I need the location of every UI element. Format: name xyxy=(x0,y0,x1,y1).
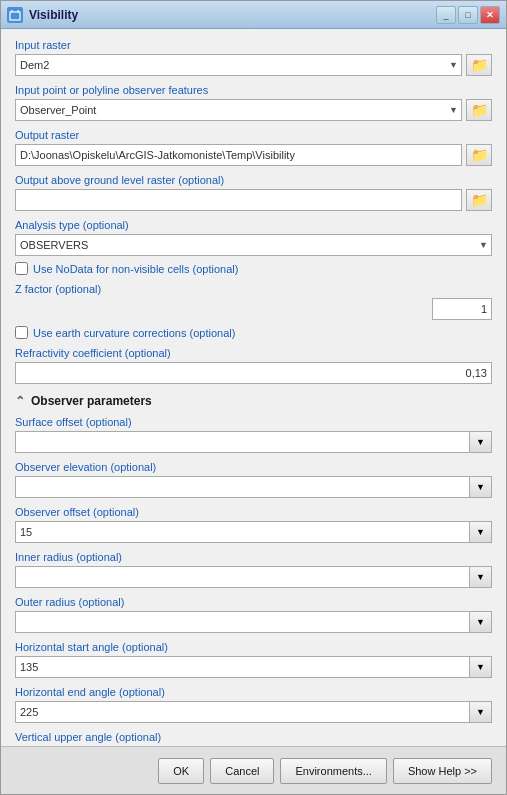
analysis-type-select[interactable]: OBSERVERS xyxy=(15,234,492,256)
output-raster-row: 📁 xyxy=(15,144,492,166)
bottom-bar: OK Cancel Environments... Show Help >> xyxy=(1,746,506,794)
h-end-angle-label: Horizontal end angle (optional) xyxy=(15,686,492,698)
outer-radius-row: ▼ xyxy=(15,611,492,633)
zfactor-label: Z factor (optional) xyxy=(15,283,492,295)
analysis-type-dropdown-wrapper: OBSERVERS ▼ xyxy=(15,234,492,256)
input-raster-label: Input raster xyxy=(15,39,492,51)
title-bar: Visibility _ □ ✕ xyxy=(1,1,506,29)
show-help-button[interactable]: Show Help >> xyxy=(393,758,492,784)
analysis-type-row: OBSERVERS ▼ xyxy=(15,234,492,256)
surface-offset-dropdown-button[interactable]: ▼ xyxy=(470,431,492,453)
svg-rect-0 xyxy=(10,12,20,20)
surface-offset-input[interactable] xyxy=(15,431,470,453)
zfactor-input[interactable] xyxy=(432,298,492,320)
h-end-angle-row: ▼ xyxy=(15,701,492,723)
earth-curvature-checkbox[interactable] xyxy=(15,326,28,339)
output-above-folder-button[interactable]: 📁 xyxy=(466,189,492,211)
nodata-checkbox-row: Use NoData for non-visible cells (option… xyxy=(15,262,492,275)
surface-offset-label: Surface offset (optional) xyxy=(15,416,492,428)
folder-icon-4: 📁 xyxy=(471,192,488,208)
earth-curvature-row: Use earth curvature corrections (optiona… xyxy=(15,326,492,339)
input-raster-row: Dem2 ▼ 📁 xyxy=(15,54,492,76)
observer-offset-row: ▼ xyxy=(15,521,492,543)
outer-radius-dropdown-button[interactable]: ▼ xyxy=(470,611,492,633)
environments-button[interactable]: Environments... xyxy=(280,758,386,784)
close-button[interactable]: ✕ xyxy=(480,6,500,24)
window-icon xyxy=(7,7,23,23)
h-start-angle-dropdown-button[interactable]: ▼ xyxy=(470,656,492,678)
minimize-button[interactable]: _ xyxy=(436,6,456,24)
collapse-icon[interactable]: ⌃ xyxy=(15,394,25,408)
output-raster-input[interactable] xyxy=(15,144,462,166)
outer-radius-label: Outer radius (optional) xyxy=(15,596,492,608)
observer-section-title: Observer parameters xyxy=(31,394,152,408)
observer-elevation-input[interactable] xyxy=(15,476,470,498)
surface-offset-row: ▼ xyxy=(15,431,492,453)
refractivity-input[interactable] xyxy=(15,362,492,384)
h-end-angle-input[interactable] xyxy=(15,701,470,723)
output-raster-label: Output raster xyxy=(15,129,492,141)
input-point-label: Input point or polyline observer feature… xyxy=(15,84,492,96)
main-window: Visibility _ □ ✕ Input raster Dem2 ▼ 📁 I… xyxy=(0,0,507,795)
input-raster-dropdown-wrapper: Dem2 ▼ xyxy=(15,54,462,76)
inner-radius-row: ▼ xyxy=(15,566,492,588)
inner-radius-dropdown-button[interactable]: ▼ xyxy=(470,566,492,588)
title-buttons: _ □ ✕ xyxy=(436,6,500,24)
h-start-angle-input[interactable] xyxy=(15,656,470,678)
analysis-type-label: Analysis type (optional) xyxy=(15,219,492,231)
folder-icon: 📁 xyxy=(471,57,488,73)
input-point-select[interactable]: Observer_Point xyxy=(15,99,462,121)
observer-offset-dropdown-button[interactable]: ▼ xyxy=(470,521,492,543)
input-point-row: Observer_Point ▼ 📁 xyxy=(15,99,492,121)
observer-section-header: ⌃ Observer parameters xyxy=(15,394,492,408)
input-point-folder-button[interactable]: 📁 xyxy=(466,99,492,121)
output-raster-folder-button[interactable]: 📁 xyxy=(466,144,492,166)
folder-icon-3: 📁 xyxy=(471,147,488,163)
output-above-input[interactable] xyxy=(15,189,462,211)
refractivity-row xyxy=(15,362,492,384)
window-title: Visibility xyxy=(29,8,436,22)
observer-offset-label: Observer offset (optional) xyxy=(15,506,492,518)
content-area: Input raster Dem2 ▼ 📁 Input point or pol… xyxy=(1,29,506,746)
folder-icon-2: 📁 xyxy=(471,102,488,118)
observer-elevation-row: ▼ xyxy=(15,476,492,498)
observer-elevation-dropdown-button[interactable]: ▼ xyxy=(470,476,492,498)
h-end-angle-dropdown-button[interactable]: ▼ xyxy=(470,701,492,723)
observer-elevation-label: Observer elevation (optional) xyxy=(15,461,492,473)
inner-radius-input[interactable] xyxy=(15,566,470,588)
input-raster-folder-button[interactable]: 📁 xyxy=(466,54,492,76)
h-start-angle-row: ▼ xyxy=(15,656,492,678)
input-raster-select[interactable]: Dem2 xyxy=(15,54,462,76)
inner-radius-label: Inner radius (optional) xyxy=(15,551,492,563)
nodata-checkbox-label: Use NoData for non-visible cells (option… xyxy=(33,263,238,275)
h-start-angle-label: Horizontal start angle (optional) xyxy=(15,641,492,653)
observer-offset-input[interactable] xyxy=(15,521,470,543)
v-upper-angle-label: Vertical upper angle (optional) xyxy=(15,731,492,743)
restore-button[interactable]: □ xyxy=(458,6,478,24)
earth-curvature-label: Use earth curvature corrections (optiona… xyxy=(33,327,235,339)
input-point-dropdown-wrapper: Observer_Point ▼ xyxy=(15,99,462,121)
nodata-checkbox[interactable] xyxy=(15,262,28,275)
output-above-label: Output above ground level raster (option… xyxy=(15,174,492,186)
refractivity-label: Refractivity coefficient (optional) xyxy=(15,347,492,359)
cancel-button[interactable]: Cancel xyxy=(210,758,274,784)
ok-button[interactable]: OK xyxy=(158,758,204,784)
output-above-row: 📁 xyxy=(15,189,492,211)
outer-radius-input[interactable] xyxy=(15,611,470,633)
zfactor-row xyxy=(15,298,492,320)
